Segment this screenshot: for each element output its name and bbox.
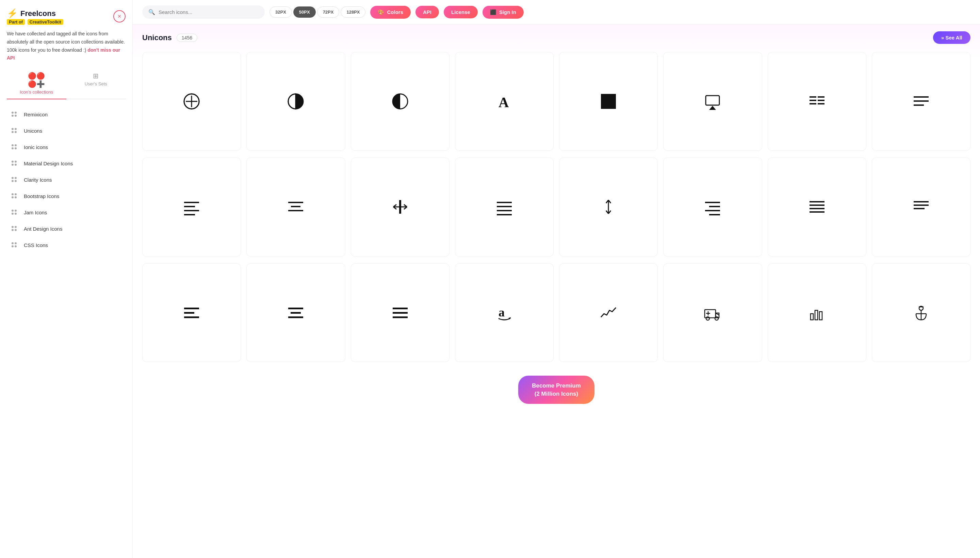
icon-align-left[interactable] — [142, 158, 241, 256]
sidebar-item-jam[interactable]: Jam Icons — [7, 204, 126, 220]
icon-align-justify[interactable] — [455, 158, 554, 256]
signin-label: Sign In — [499, 9, 516, 15]
icon-horizontal-arrows[interactable] — [351, 158, 450, 256]
icon-grid-row3: a — [142, 263, 970, 362]
icon-half-circle[interactable] — [351, 52, 450, 151]
icon-chart-bar[interactable] — [768, 263, 866, 362]
search-box[interactable]: 🔍 — [142, 5, 265, 19]
svg-rect-55 — [184, 312, 194, 314]
svg-rect-47 — [809, 201, 824, 202]
close-button[interactable]: × — [113, 10, 126, 23]
icon-list-center[interactable] — [246, 263, 345, 362]
sidebar-item-remixicon[interactable]: Remixicon — [7, 106, 126, 123]
svg-rect-57 — [288, 308, 303, 309]
main-area: 🔍 32PX 50PX 72PX 128PX 🎨 Colors API Lice… — [133, 0, 980, 558]
svg-rect-19 — [914, 100, 929, 102]
search-input[interactable] — [159, 9, 259, 15]
svg-rect-14 — [809, 103, 816, 105]
sidebar: ⚡ Freelcons Part of CreativeToolkit × We… — [0, 0, 133, 558]
topbar: 🔍 32PX 50PX 72PX 128PX 🎨 Colors API Lice… — [133, 0, 980, 25]
nav-label-remixicon: Remixicon — [24, 112, 48, 117]
svg-point-67 — [715, 317, 718, 320]
svg-rect-52 — [914, 205, 929, 206]
become-premium-button[interactable]: Become Premium (2 Million Icons) — [518, 376, 594, 404]
icon-half-d[interactable] — [246, 52, 345, 151]
icon-no-entry[interactable] — [142, 52, 241, 151]
icon-ambulance[interactable] — [663, 263, 762, 362]
nav-label-bootstrap: Bootstrap Icons — [24, 193, 59, 199]
svg-rect-56 — [184, 317, 199, 318]
svg-rect-60 — [393, 308, 408, 309]
svg-rect-26 — [291, 206, 300, 207]
svg-rect-18 — [914, 96, 929, 98]
icon-align-right-1[interactable] — [663, 158, 762, 256]
nav-label-antdesign: Ant Design Icons — [24, 226, 62, 232]
icon-analytics-wave[interactable] — [559, 263, 658, 362]
sidebar-item-css[interactable]: CSS Icons — [7, 237, 126, 253]
icon-text-align-right-2[interactable] — [872, 158, 970, 256]
api-button[interactable]: API — [415, 6, 439, 18]
sidebar-item-ionic[interactable]: Ionic icons — [7, 139, 126, 155]
signin-button[interactable]: ⬛ Sign In — [483, 6, 524, 19]
svg-rect-48 — [809, 205, 824, 206]
tabs-row: 🔴🔴🔴➕ Icon's collections ⊞ User's Sets — [7, 69, 126, 99]
user-sets-icon: ⊞ — [93, 72, 98, 80]
license-button[interactable]: License — [444, 6, 478, 18]
icon-adobe-a[interactable]: A — [455, 52, 554, 151]
svg-rect-24 — [184, 214, 195, 215]
premium-line2: (2 Million Icons) — [535, 391, 578, 397]
icon-align-center[interactable] — [246, 158, 345, 256]
icon-grid-row1: A — [142, 52, 970, 151]
nav-icon-antdesign — [10, 224, 19, 233]
sidebar-item-material[interactable]: Material Design Icons — [7, 155, 126, 171]
svg-rect-37 — [497, 214, 512, 215]
sidebar-item-antdesign[interactable]: Ant Design Icons — [7, 220, 126, 237]
size-btn-50[interactable]: 50PX — [293, 7, 316, 18]
svg-rect-53 — [914, 208, 924, 209]
icon-amazon[interactable]: a — [455, 263, 554, 362]
sidebar-nav: Remixicon Unicons Ionic icons Material D… — [7, 106, 126, 253]
size-btn-128[interactable]: 128PX — [341, 7, 366, 18]
icon-vertical-resize[interactable] — [559, 158, 658, 256]
icon-text-lines[interactable] — [768, 158, 866, 256]
size-buttons-group: 32PX 50PX 72PX 128PX — [269, 7, 366, 18]
icon-airplay[interactable] — [663, 52, 762, 151]
svg-line-64 — [509, 318, 511, 318]
section-header: Unicons 1456 » See All — [142, 31, 970, 44]
nav-icon-jam — [10, 208, 19, 217]
tab-collections[interactable]: 🔴🔴🔴➕ Icon's collections — [7, 69, 66, 98]
icon-list-left[interactable] — [142, 263, 241, 362]
collections-icon: 🔴🔴🔴➕ — [28, 72, 45, 88]
size-btn-32[interactable]: 32PX — [269, 7, 292, 18]
icon-list-right[interactable] — [872, 52, 970, 151]
icon-anchor[interactable] — [872, 263, 970, 362]
sidebar-header: ⚡ Freelcons Part of CreativeToolkit × — [7, 8, 126, 25]
see-all-button[interactable]: » See All — [933, 31, 970, 44]
icon-list-justify[interactable] — [351, 263, 450, 362]
nav-icon-remixicon — [10, 110, 19, 119]
tab-user-sets[interactable]: ⊞ User's Sets — [66, 69, 126, 98]
premium-row: Become Premium (2 Million Icons) — [142, 369, 970, 411]
icon-list-columns[interactable] — [768, 52, 866, 151]
svg-rect-54 — [184, 308, 199, 309]
sidebar-item-clarity[interactable]: Clarity Icons — [7, 171, 126, 188]
sidebar-item-unicons[interactable]: Unicons — [7, 123, 126, 139]
nav-label-material: Material Design Icons — [24, 161, 73, 166]
svg-rect-71 — [815, 310, 817, 320]
tab-collections-label: Icon's collections — [20, 89, 53, 95]
svg-rect-33 — [399, 200, 401, 214]
svg-rect-20 — [914, 105, 924, 106]
svg-rect-51 — [914, 201, 929, 202]
nav-icon-unicons — [10, 126, 19, 135]
sidebar-item-bootstrap[interactable]: Bootstrap Icons — [7, 188, 126, 204]
icon-adobe-n[interactable] — [559, 52, 658, 151]
svg-rect-17 — [817, 103, 824, 105]
svg-rect-34 — [497, 202, 512, 203]
section-count: 1456 — [177, 34, 197, 42]
svg-rect-58 — [291, 312, 301, 314]
colors-button[interactable]: 🎨 Colors — [370, 6, 411, 19]
search-icon: 🔍 — [148, 9, 155, 15]
signin-icon: ⬛ — [490, 9, 496, 15]
sidebar-description: We have collected and tagged all the ico… — [7, 30, 126, 62]
size-btn-72[interactable]: 72PX — [317, 7, 340, 18]
